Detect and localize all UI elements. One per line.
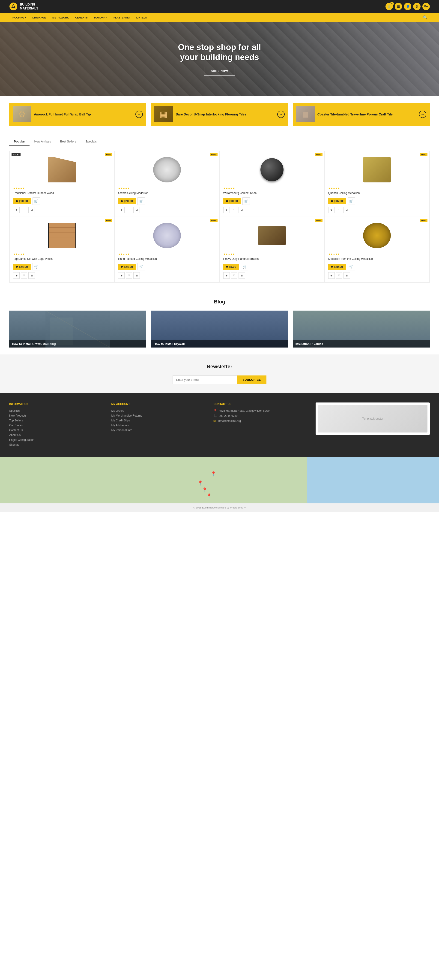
- promo-card-1[interactable]: ▦ Bare Decor U-Snap Interlocking Floorin…: [151, 103, 288, 126]
- footer-link-specials[interactable]: Specials: [9, 409, 105, 412]
- wishlist-icon-0[interactable]: ♡: [21, 207, 27, 213]
- logo[interactable]: BUILDING MATERIALS: [9, 2, 38, 11]
- footer-email[interactable]: ✉ Info@demolink.org: [213, 419, 309, 423]
- compare-icon-7[interactable]: ⊟: [344, 272, 350, 279]
- nav-cements[interactable]: CEMENTS: [72, 13, 91, 22]
- add-to-cart-3[interactable]: 🛒: [348, 197, 355, 205]
- footer-link-credit-slips[interactable]: My Credit Slips: [111, 419, 207, 422]
- quick-view-icon-7[interactable]: ⊕: [328, 272, 335, 279]
- wishlist-icon-4[interactable]: ♡: [21, 272, 27, 279]
- quick-view-icon-3[interactable]: ⊕: [328, 207, 335, 213]
- compare-icon-0[interactable]: ⊟: [29, 207, 35, 213]
- compare-icon-5[interactable]: ⊟: [133, 272, 140, 279]
- tab-popular[interactable]: Popular: [9, 137, 30, 146]
- shop-now-button[interactable]: SHOP NOW: [204, 67, 235, 75]
- product-stars-3: ★★★★★: [328, 187, 340, 190]
- footer-link-sitemap[interactable]: Sitemap: [9, 443, 105, 446]
- newsletter-section: Newsletter SUBSCRIBE: [0, 355, 439, 393]
- wishlist-icon-6[interactable]: ♡: [231, 272, 238, 279]
- compare-icon-2[interactable]: ⊟: [239, 207, 245, 213]
- price-dot: [226, 266, 228, 267]
- promo-arrow-1[interactable]: →: [277, 111, 285, 118]
- nav-lintels[interactable]: LINTELS: [133, 13, 150, 22]
- add-to-cart-7[interactable]: 🛒: [348, 263, 355, 270]
- products-section: Popular New Arrivals Best Sellers Specia…: [0, 133, 439, 292]
- add-to-cart-0[interactable]: 🛒: [33, 197, 40, 205]
- footer-link-my-orders[interactable]: My Orders: [111, 409, 207, 412]
- nav-drainage[interactable]: DRAINAGE: [29, 13, 49, 22]
- product-extra-icons-3: ⊕ ♡ ⊟: [328, 207, 350, 213]
- footer-link-merchandise-returns[interactable]: My Merchandise Returns: [111, 414, 207, 417]
- blog-card-2[interactable]: Insulation R-Values: [293, 310, 430, 347]
- language-button[interactable]: En: [422, 3, 430, 10]
- wishlist-icon-7[interactable]: ♡: [336, 272, 342, 279]
- blog-card-0[interactable]: How to Install Crown Moulding: [9, 310, 146, 347]
- add-to-cart-6[interactable]: 🛒: [241, 263, 248, 270]
- promo-arrow-2[interactable]: →: [419, 111, 426, 118]
- quick-view-icon-2[interactable]: ⊕: [223, 207, 230, 213]
- quick-view-icon-1[interactable]: ⊕: [118, 207, 125, 213]
- wishlist-icon-3[interactable]: ♡: [336, 207, 342, 213]
- product-image-5[interactable]: [151, 221, 183, 251]
- add-to-cart-1[interactable]: 🛒: [138, 197, 145, 205]
- header-icons: 🛒 0 ☰ 👤 $ En: [385, 3, 430, 10]
- product-extra-icons-0: ⊕ ♡ ⊟: [13, 207, 35, 213]
- tile-set-shape: [48, 223, 76, 248]
- footer-contact-title: CONTACT US: [213, 402, 309, 406]
- search-button[interactable]: 🔍: [420, 13, 430, 22]
- wishlist-icon-5[interactable]: ♡: [126, 272, 132, 279]
- tab-new-arrivals[interactable]: New Arrivals: [30, 137, 55, 146]
- wishlist-icon-2[interactable]: ♡: [231, 207, 238, 213]
- compare-icon-1[interactable]: ⊟: [133, 207, 140, 213]
- footer-link-about-us[interactable]: About Us: [9, 433, 105, 437]
- promo-arrow-0[interactable]: →: [135, 111, 143, 118]
- nav-metalwork[interactable]: METALWORK: [49, 13, 72, 22]
- cart-button[interactable]: 🛒 0: [385, 3, 393, 10]
- compare-icon-4[interactable]: ⊟: [29, 272, 35, 279]
- account-button[interactable]: 👤: [404, 3, 411, 10]
- promo-card-0[interactable]: ⚙ Amerock Full Inset Full Wrap Ball Tip …: [9, 103, 146, 126]
- copyright-text: © 2015 Ecommerce software by PrestaShop™: [193, 506, 246, 509]
- bracket-shape: [48, 157, 76, 183]
- footer-link-contact-us[interactable]: Contact Us: [9, 429, 105, 432]
- add-to-cart-4[interactable]: 🛒: [33, 263, 40, 270]
- product-image-7[interactable]: [361, 221, 393, 251]
- wishlist-icon-1[interactable]: ♡: [126, 207, 132, 213]
- promo-card-2[interactable]: ◼ Coaster Tile-tumbled Travertine Porous…: [293, 103, 430, 126]
- product-image-3[interactable]: [361, 155, 393, 185]
- footer-link-my-addresses[interactable]: My Addresses: [111, 424, 207, 427]
- quick-view-icon-6[interactable]: ⊕: [223, 272, 230, 279]
- currency-button[interactable]: $: [413, 3, 420, 10]
- footer-link-top-sellers[interactable]: Top Sellers: [9, 419, 105, 422]
- quick-view-icon-0[interactable]: ⊕: [13, 207, 20, 213]
- product-image-0[interactable]: [46, 155, 78, 185]
- add-to-cart-2[interactable]: 🛒: [242, 197, 250, 205]
- nav-plastering[interactable]: PLASTERING: [110, 13, 133, 22]
- footer-link-new-products[interactable]: New Products: [9, 414, 105, 417]
- quick-view-icon-4[interactable]: ⊕: [13, 272, 20, 279]
- newsletter-email-input[interactable]: [173, 375, 237, 384]
- product-extra-icons-5: ⊕ ♡ ⊟: [118, 272, 140, 279]
- tab-best-sellers[interactable]: Best Sellers: [55, 137, 81, 146]
- compare-icon-3[interactable]: ⊟: [344, 207, 350, 213]
- add-to-cart-5[interactable]: 🛒: [138, 263, 145, 270]
- product-image-4[interactable]: [46, 221, 78, 251]
- tab-specials[interactable]: Specials: [81, 137, 101, 146]
- quick-view-icon-5[interactable]: ⊕: [118, 272, 125, 279]
- footer-my-account: MY ACCOUNT My Orders My Merchandise Retu…: [111, 402, 207, 448]
- product-image-2[interactable]: [256, 155, 288, 185]
- compare-icon-6[interactable]: ⊟: [239, 272, 245, 279]
- blog-card-1[interactable]: How to Install Drywall: [151, 310, 288, 347]
- nav-roofing[interactable]: ROOFING ▾: [9, 13, 29, 22]
- footer-link-our-stores[interactable]: Our Stores: [9, 424, 105, 427]
- product-image-6[interactable]: [256, 221, 288, 251]
- product-image-1[interactable]: [151, 155, 183, 185]
- nav-masonry[interactable]: MASONRY: [91, 13, 110, 22]
- product-price-3: $16.00: [328, 198, 346, 204]
- newsletter-subscribe-button[interactable]: SUBSCRIBE: [237, 375, 267, 384]
- price-dot: [331, 200, 333, 202]
- footer-link-personal-info[interactable]: My Personal Info: [111, 429, 207, 432]
- hero-content: One stop shop for all your building need…: [178, 42, 261, 75]
- menu-button[interactable]: ☰: [395, 3, 402, 10]
- footer-link-pages-config[interactable]: Pages Configuration: [9, 438, 105, 442]
